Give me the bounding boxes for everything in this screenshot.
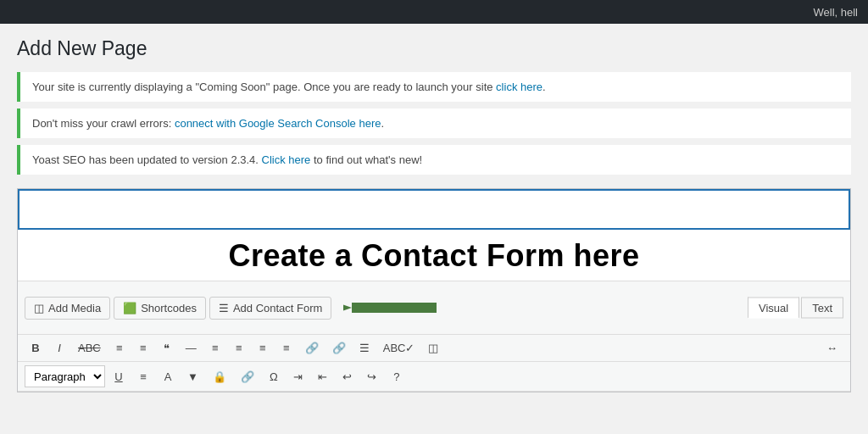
format-toolbar-row1: B I ABC ≡ ≡ ❝ — ≡ ≡ ≡ ≡ 🔗 🔗 ☰ ABC✓ ◫ ↔ <box>18 335 850 362</box>
editor-body: Create a Contact Form here <box>18 230 850 281</box>
add-media-label: Add Media <box>48 302 101 314</box>
strikethrough-button[interactable]: ABC <box>72 338 107 358</box>
blockquote-button[interactable]: ❝ <box>156 338 178 358</box>
text-color-button[interactable]: A <box>157 367 179 387</box>
editor-toolbar-top: ◫ Add Media 🟩 Shortcodes ☰ Add Contact F… <box>18 281 850 335</box>
yoast-click-here-link[interactable]: Click here <box>262 153 311 166</box>
redo-button[interactable]: ↪ <box>361 367 383 387</box>
insert-more-button[interactable]: ☰ <box>353 338 376 358</box>
bold-button[interactable]: B <box>25 338 47 358</box>
italic-button[interactable]: I <box>48 338 70 358</box>
special-chars-button[interactable]: Ω <box>263 367 285 387</box>
notice-text-2: Don't miss your crawl errors: <box>32 117 175 130</box>
fullscreen-button[interactable]: ↔ <box>821 338 843 358</box>
notice-coming-soon: Your site is currently displaying a "Com… <box>17 72 851 102</box>
underline-button[interactable]: U <box>108 367 130 387</box>
indent-button[interactable]: ⇥ <box>287 367 309 387</box>
link-button[interactable]: 🔗 <box>299 338 325 358</box>
greeting-text: Well, hell <box>813 6 858 19</box>
outdent-button[interactable]: ⇤ <box>312 367 334 387</box>
page-title: Add New Page <box>17 37 851 60</box>
align-justify-button[interactable]: ≡ <box>275 338 298 358</box>
click-here-link-1[interactable]: click here <box>496 81 542 93</box>
contact-form-icon: ☰ <box>219 302 229 314</box>
align-center-button[interactable]: ≡ <box>228 338 250 358</box>
unordered-list-button[interactable]: ≡ <box>108 338 131 358</box>
notice-crawl-errors: Don't miss your crawl errors: connect wi… <box>17 108 851 138</box>
add-media-button[interactable]: ◫ Add Media <box>25 297 110 320</box>
page-title-input[interactable] <box>18 189 850 230</box>
editor-area: Create a Contact Form here ◫ Add Media 🟩… <box>17 188 851 392</box>
add-media-icon: ◫ <box>34 302 44 314</box>
arrow-indicator <box>343 287 445 329</box>
paste-as-text-button[interactable]: 🔒 <box>207 367 232 387</box>
align-left-button[interactable]: ≡ <box>204 338 226 358</box>
editor-mode-tabs: Visual Text <box>748 298 843 319</box>
create-contact-form-heading: Create a Contact Form here <box>18 230 850 279</box>
green-arrow-icon <box>343 287 445 329</box>
shortcodes-icon: 🟩 <box>123 302 136 314</box>
add-contact-form-label: Add Contact Form <box>233 302 323 314</box>
unlink-button[interactable]: 🔗 <box>326 338 352 358</box>
text-color-dropdown[interactable]: ▼ <box>181 367 204 387</box>
help-button[interactable]: ? <box>386 367 408 387</box>
clear-formatting-button[interactable]: 🔗 <box>235 367 260 387</box>
justify-button[interactable]: ≡ <box>132 367 154 387</box>
main-content: Add New Page Your site is currently disp… <box>0 24 868 406</box>
paragraph-select[interactable]: Paragraph <box>25 365 105 387</box>
tab-text[interactable]: Text <box>801 298 843 319</box>
align-right-button[interactable]: ≡ <box>252 338 274 358</box>
notice-yoast: Yoast SEO has been updated to version 2.… <box>17 145 851 175</box>
shortcodes-label: Shortcodes <box>141 302 197 314</box>
ordered-list-button[interactable]: ≡ <box>132 338 154 358</box>
add-contact-form-button[interactable]: ☰ Add Contact Form <box>209 297 332 320</box>
spellcheck-button[interactable]: ABC✓ <box>377 338 421 358</box>
toggle-toolbar-button[interactable]: ◫ <box>422 338 444 358</box>
google-search-console-link[interactable]: connect with Google Search Console here <box>175 117 381 130</box>
shortcodes-button[interactable]: 🟩 Shortcodes <box>114 297 206 320</box>
admin-bar: Well, hell <box>0 0 868 24</box>
hr-button[interactable]: — <box>180 338 203 358</box>
notice-text-3: Yoast SEO has been updated to version 2.… <box>32 153 262 166</box>
format-toolbar-row2: Paragraph U ≡ A ▼ 🔒 🔗 Ω ⇥ ⇤ ↩ ↪ ? <box>18 362 850 392</box>
undo-button[interactable]: ↩ <box>337 367 359 387</box>
notice-text-1: Your site is currently displaying a "Com… <box>32 81 496 93</box>
tab-visual[interactable]: Visual <box>748 298 799 319</box>
